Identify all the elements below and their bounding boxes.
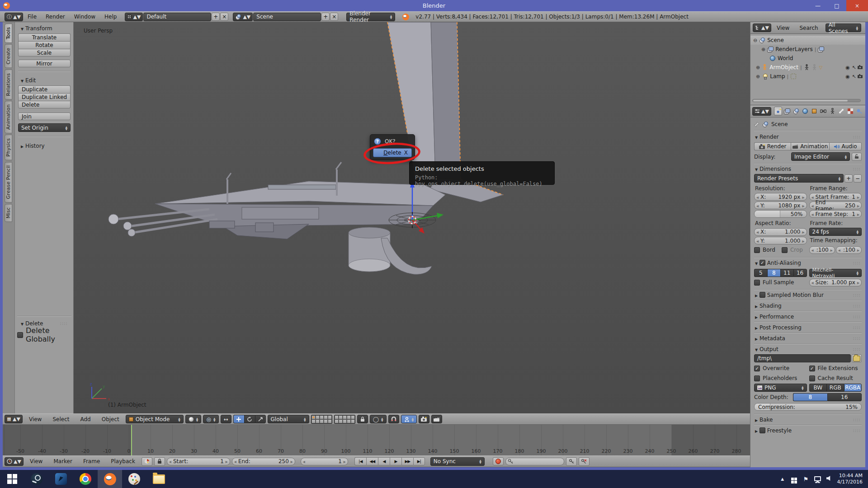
border-checkbox[interactable] (754, 247, 760, 253)
expand-icon[interactable] (756, 64, 760, 70)
dimensions-section-header[interactable]: Dimensions (754, 164, 862, 174)
confirm-delete-button[interactable]: Delete X (373, 148, 412, 157)
layers-grid-right[interactable] (334, 415, 355, 424)
snap-element-dropdown[interactable] (401, 415, 417, 423)
output-section-header[interactable]: Output (754, 344, 862, 354)
shading-section-header[interactable]: Shading (754, 300, 862, 311)
shelf-tab-relations[interactable]: Relations (5, 70, 12, 100)
taskbar-clock[interactable]: 10:44 AM 4/17/2016 (837, 473, 863, 485)
taskbar-app-blender[interactable] (98, 470, 122, 488)
outliner-display-mode-dropdown[interactable]: All Scenes (826, 23, 861, 32)
start-button[interactable] (0, 470, 24, 488)
aa-samples-11[interactable]: 11 (780, 269, 793, 277)
play-button[interactable]: ▶ (390, 457, 401, 465)
visibility-eye-icon[interactable]: ◉ (844, 74, 851, 80)
translate-button[interactable]: Translate (18, 33, 71, 41)
current-frame-field[interactable]: 1 (301, 458, 348, 465)
edit-panel-header[interactable]: Edit (17, 75, 71, 85)
minimize-button[interactable]: — (808, 0, 827, 11)
translate-manipulator-toggle[interactable] (233, 415, 244, 423)
display-lock-button[interactable] (852, 153, 862, 161)
remove-preset-button[interactable]: − (854, 174, 862, 183)
window-titlebar[interactable]: Blender — □ × (0, 0, 868, 11)
tray-network-icon[interactable] (812, 476, 824, 483)
snap-magnet-toggle[interactable] (388, 415, 399, 423)
tab-world[interactable] (801, 107, 809, 116)
render-engine-select[interactable]: Blender Render (346, 13, 395, 21)
tray-speaker-icon[interactable] (824, 476, 835, 483)
timeline-playhead[interactable] (131, 425, 132, 455)
tab-render[interactable] (774, 107, 782, 116)
overwrite-checkbox[interactable] (754, 366, 760, 371)
panel-grip-icon[interactable] (853, 336, 861, 341)
anti-aliasing-checkbox[interactable] (760, 260, 765, 266)
pin-icon[interactable] (754, 122, 760, 127)
frame-rate-dropdown[interactable]: 24 fps (809, 228, 862, 236)
aa-samples-5[interactable]: 5 (754, 269, 767, 277)
menu-window[interactable]: Window (70, 14, 100, 20)
taskbar-app-chrome[interactable] (73, 470, 98, 488)
insert-keyframe-button[interactable] (566, 457, 577, 466)
frame-step-field[interactable]: Frame Step:1 (809, 210, 862, 218)
aa-samples-16[interactable]: 16 (793, 269, 807, 277)
output-path-field[interactable]: /tmp\ (754, 354, 851, 362)
opengl-render-image-button[interactable] (419, 415, 429, 423)
metadata-section-header[interactable]: Metadata (754, 333, 862, 343)
shelf-tab-tools[interactable]: Tools (5, 23, 12, 43)
proportional-edit-dropdown[interactable]: ◯ (370, 415, 387, 423)
aa-filter-dropdown[interactable]: Mitchell-Netravali (809, 269, 862, 277)
motion-blur-section-header[interactable]: Sampled Motion Blur (754, 290, 862, 300)
increment-icon[interactable] (291, 458, 293, 465)
time-remap-new-field[interactable]: :100 (836, 246, 862, 254)
resolution-x-field[interactable]: X:1920 px (754, 193, 807, 201)
viewport-shading-dropdown[interactable] (185, 415, 202, 423)
delete-scene-button[interactable]: × (330, 13, 338, 21)
render-presets-dropdown[interactable]: Render Presets (754, 174, 844, 183)
outliner-horizontal-scrollbar[interactable] (752, 99, 861, 102)
aspect-x-field[interactable]: X:1.000 (754, 228, 807, 236)
tl-menu-marker[interactable]: Marker (49, 458, 76, 465)
screen-layout-browse-icon[interactable] (125, 13, 143, 21)
bake-section-header[interactable]: Bake (754, 414, 862, 425)
panel-grip-icon[interactable] (60, 321, 68, 326)
tray-windows-icon[interactable] (788, 475, 800, 483)
taskbar-app-game[interactable] (49, 470, 73, 488)
outliner-row-world[interactable]: World (750, 54, 865, 63)
renderable-camera-icon[interactable] (857, 74, 863, 80)
expand-icon[interactable] (761, 46, 765, 52)
delete-button[interactable]: Delete (18, 101, 71, 108)
keying-set-field[interactable] (505, 458, 564, 465)
tab-physics[interactable] (855, 107, 863, 116)
jump-to-start-button[interactable]: |◀ (354, 457, 366, 465)
panel-grip-icon[interactable] (853, 134, 861, 139)
tray-flag-icon[interactable]: ⚑ (800, 476, 812, 483)
outliner-row-renderlayers[interactable]: RenderLayers | (750, 45, 865, 54)
play-reverse-button[interactable]: ◀ (378, 457, 390, 465)
motion-blur-checkbox[interactable] (760, 292, 765, 298)
tab-constraints[interactable] (819, 107, 827, 116)
scene-browse-icon[interactable] (233, 13, 253, 21)
shelf-tab-misc[interactable]: Misc (5, 204, 12, 222)
tab-bone[interactable] (837, 107, 845, 116)
placeholders-checkbox[interactable] (754, 375, 760, 381)
file-extensions-checkbox[interactable] (809, 366, 815, 371)
timeline-track-area[interactable]: -50-40-30-20-100102030405060708090100110… (3, 425, 865, 455)
duplicate-linked-button[interactable]: Duplicate Linked (18, 93, 71, 101)
editor-type-timeline-icon[interactable] (5, 457, 24, 466)
taskbar-app-steam[interactable] (24, 470, 49, 488)
menu-file[interactable]: File (23, 14, 41, 20)
color-depth-8-button[interactable]: 8 (793, 393, 827, 401)
use-preview-range-toggle[interactable] (142, 457, 152, 466)
display-dropdown[interactable]: Image Editor (791, 152, 850, 161)
increment-icon[interactable] (226, 458, 228, 465)
opengl-render-animation-button[interactable] (431, 415, 442, 423)
rotate-button[interactable]: Rotate (18, 41, 71, 49)
history-panel-header[interactable]: History (17, 141, 71, 151)
delete-keyframe-button[interactable] (579, 457, 590, 466)
start-frame-field[interactable]: Start:1 (167, 458, 230, 465)
editor-type-properties-icon[interactable] (752, 107, 771, 116)
lock-to-scene-toggle[interactable] (357, 415, 368, 423)
vp-menu-view[interactable]: View (24, 416, 46, 422)
hidden-icons-chevron[interactable]: ▲ (777, 477, 788, 481)
aa-samples-8[interactable]: 8 (767, 269, 780, 277)
